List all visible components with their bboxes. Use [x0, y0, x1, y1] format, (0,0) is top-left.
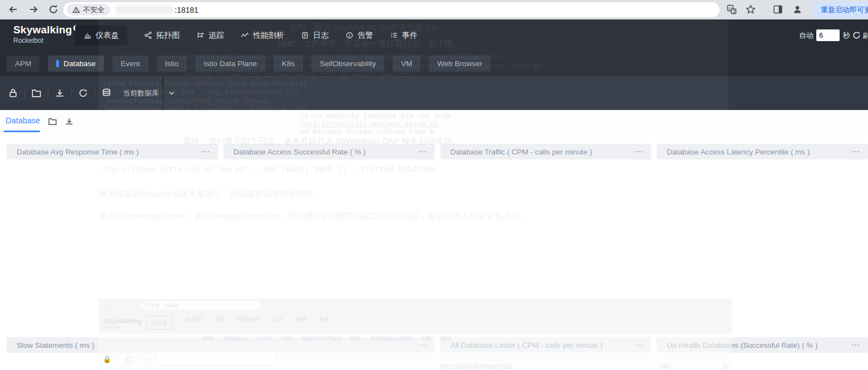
ghost-text: org.eclipse.jetty.server.Server - 444 [m… [103, 164, 435, 173]
panel-header: Database Access Latency Percentile ( ms … [657, 144, 868, 159]
security-label: 不安全 [83, 5, 105, 15]
security-chip[interactable]: 不安全 [67, 4, 110, 16]
panel-header: Database Avg Response Time ( ms ) ⋯ [7, 144, 218, 159]
toolbar-separator [71, 88, 72, 98]
tab-apm[interactable]: APM [7, 56, 39, 72]
tab-web-browser[interactable]: Web Browser [429, 56, 490, 72]
nav-log[interactable]: 日志 [301, 31, 329, 41]
product-name: Rocketbot [13, 37, 80, 44]
nav-alarm[interactable]: 告警 [345, 31, 373, 41]
browser-back-icon[interactable] [8, 4, 19, 15]
panel-title: Database Avg Response Time ( ms ) [17, 148, 201, 156]
ghost-mini-url-port: :18181 [163, 303, 179, 308]
tab-web-browser-label: Web Browser [437, 59, 482, 68]
panel-title: Un-Health Databases (Successful Rate) ( … [667, 341, 851, 349]
current-database-label[interactable]: 当前数据库 [123, 88, 159, 98]
panel-header: All Database Loads ( CPM - calls per min… [440, 337, 651, 353]
tab-istio-data-plane[interactable]: Istio Data Plane [195, 56, 265, 72]
panel-header: Database Traffic ( CPM - calls per minut… [440, 144, 651, 159]
folder-icon[interactable] [48, 117, 57, 126]
tab-database[interactable]: Database [48, 56, 104, 72]
nav-topology-label: 拓扑图 [156, 31, 180, 41]
tab-k8s-label: K8s [282, 59, 295, 68]
auto-refresh-interval-input[interactable] [816, 29, 840, 41]
ghost-mini-nav: 仪表盘 拓扑图 追踪 性能剖析 日志 告警 事件 [146, 316, 330, 330]
refresh-icon[interactable] [852, 31, 861, 39]
log-icon [301, 31, 309, 39]
dashboard-icon [83, 31, 92, 39]
ghost-mini-screenshot: ← → C 不安全 :18181 Skywalking Rocketbot 仪表… [98, 299, 732, 370]
panel-menu-button[interactable]: ⋯ [201, 147, 210, 157]
tab-istio-data-plane-label: Istio Data Plane [204, 59, 256, 68]
ghost-mini-nav-arrows: ← → C [104, 301, 153, 309]
url-port: :18181 [175, 6, 199, 14]
panel-title: Database Access Successful Rate ( % ) [234, 148, 418, 156]
translate-icon[interactable]: G文 [726, 4, 737, 15]
browser-reload-icon[interactable] [48, 4, 59, 15]
nav-trace[interactable]: 追踪 [196, 31, 224, 41]
chrome-update-button[interactable]: 重新启动即可更新 [812, 2, 868, 18]
panel-menu-button[interactable]: ⋯ [418, 147, 427, 157]
nav-topology[interactable]: 拓扑图 [144, 31, 180, 41]
panel-title: Database Access Latency Percentile ( ms … [667, 148, 851, 156]
lock-icon[interactable] [8, 88, 18, 98]
tab-event[interactable]: Event [112, 56, 148, 72]
nav-dashboard[interactable]: 仪表盘 [75, 26, 127, 46]
tab-k8s[interactable]: K8s [274, 56, 303, 72]
app-header: Skywalking Rocketbot 仪表盘 拓扑图 追踪 性能剖析 [0, 19, 868, 51]
panel-header: Slow Statements ( ms ) ⋯ [7, 337, 435, 353]
address-bar[interactable]: 不安全 :18181 [63, 2, 720, 17]
tab-istio[interactable]: Istio [157, 56, 187, 72]
side-panel-icon[interactable] [772, 4, 783, 15]
database-icon[interactable] [101, 88, 112, 98]
panel-menu-button[interactable]: ⋯ [634, 340, 643, 350]
nav-trace-label: 追踪 [209, 31, 224, 41]
profile-avatar-icon[interactable] [792, 4, 803, 15]
toolbar-separator [95, 88, 95, 98]
download-icon[interactable] [65, 117, 74, 126]
tab-database-label: Database [63, 59, 96, 68]
download-icon[interactable] [54, 88, 65, 98]
browser-toolbar: 不安全 :18181 G文 重新启动即可更新 [0, 0, 868, 19]
ghost-text: 因为首次启动oap会创建大量索引，所以需要花费较长时间。 [99, 189, 321, 199]
nav-alarm-label: 告警 [358, 31, 373, 41]
active-tab-indicator [56, 60, 59, 67]
ghost-mini-clock-icon: ◷ [722, 363, 728, 370]
tab-selfobservability-label: SelfObservability [320, 59, 376, 68]
panel-title: All Database Loads ( CPM - calls per min… [450, 341, 634, 349]
panel-menu-button[interactable]: ⋯ [851, 147, 860, 157]
sub-tab-bar: Database [0, 110, 868, 133]
panel-menu-button[interactable]: ⋯ [851, 340, 860, 350]
chevron-down-icon[interactable] [168, 89, 175, 97]
warning-triangle-icon [72, 6, 80, 14]
toolbar-divider [162, 76, 163, 110]
ghost-mini-nav-item: 追踪 [214, 316, 225, 330]
nav-event[interactable]: 事件 [390, 31, 418, 41]
subtab-database[interactable]: Database [6, 116, 40, 125]
nav-profile[interactable]: 性能剖析 [241, 31, 284, 41]
skywalking-logo: Skywalking Rocketbot [13, 24, 80, 44]
bookmark-star-icon[interactable] [745, 4, 756, 15]
panel-header: Un-Health Databases (Successful Rate) ( … [657, 337, 868, 353]
tab-vm[interactable]: VM [393, 56, 420, 72]
folder-icon[interactable] [31, 88, 42, 98]
refresh-label: 刷新 [862, 31, 868, 41]
panel-menu-button[interactable]: ⋯ [418, 340, 427, 350]
reload-icon[interactable] [78, 88, 88, 98]
nav-log-label: 日志 [313, 31, 329, 41]
chrome-update-label: 重新启动即可更新 [821, 5, 868, 15]
tab-selfobservability[interactable]: SelfObservability [311, 56, 384, 72]
ghost-mini-product: Rocketbot [103, 325, 121, 329]
panel-menu-button[interactable]: ⋯ [634, 147, 643, 157]
ghost-mini-address-bar: 不安全 :18181 [141, 301, 260, 309]
brand-name: Skywalking [13, 24, 72, 36]
panel-header: Database Access Successful Rate ( % ) ⋯ [224, 144, 435, 159]
browser-forward-icon[interactable] [28, 4, 39, 15]
toolbar-separator [24, 88, 25, 98]
svg-text:文: 文 [732, 9, 736, 13]
topology-icon [144, 31, 152, 39]
ghost-mini-nav-item: 事件 [319, 316, 330, 330]
ghost-mini-number: 240 [660, 364, 669, 370]
screen: 不安全 :18181 G文 重新启动即可更新 Skywalking Rocket [0, 0, 868, 370]
ghost-text: 然后启动webappServer，执行webappService.sh，然后通过… [99, 211, 528, 222]
